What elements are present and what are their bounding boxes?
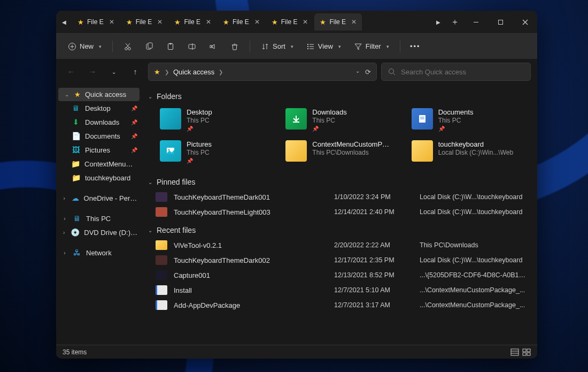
tab-close-button[interactable]: ✕: [252, 17, 262, 27]
tab-close-button[interactable]: ✕: [300, 17, 310, 27]
star-icon: ★: [78, 18, 84, 26]
delete-button[interactable]: [225, 37, 244, 56]
group-recent-header[interactable]: ⌄Recent files: [146, 223, 529, 238]
file-row[interactable]: Capture001 12/13/2021 8:52 PM ...\{5205D…: [146, 268, 529, 283]
file-path: Local Disk (C:)\W...\touchkeyboard: [420, 193, 527, 201]
sidebar-network[interactable]: › 🖧 Network: [56, 246, 142, 260]
paste-button[interactable]: [161, 37, 180, 56]
address-bar[interactable]: ★ ❯ Quick access ❯ ⌄ ⟳: [148, 63, 377, 81]
folder-location: This PC: [187, 117, 212, 124]
sidebar-onedrive[interactable]: › ☁ OneDrive - Personal: [56, 191, 142, 205]
sidebar-label: OneDrive - Personal: [84, 194, 137, 202]
tab[interactable]: ★ File E ✕: [314, 13, 362, 31]
copy-button[interactable]: [140, 37, 159, 56]
file-date: 12/7/2021 5:10 AM: [334, 286, 420, 294]
tab-close-button[interactable]: ✕: [107, 17, 117, 27]
content-area[interactable]: ⌄Folders Desktop This PC 📌 Downloads Thi…: [142, 85, 537, 345]
address-dropdown[interactable]: ⌄: [355, 68, 360, 76]
sidebar-item[interactable]: 🖼 Pictures 📌: [56, 143, 142, 157]
folder-item[interactable]: Desktop This PC 📌: [157, 105, 277, 135]
tab[interactable]: ★ File E ✕: [121, 13, 168, 31]
back-button[interactable]: ←: [63, 63, 80, 80]
maximize-button[interactable]: [488, 11, 513, 33]
nav-row: ← → ⌄ ↑ ★ ❯ Quick access ❯ ⌄ ⟳: [56, 59, 537, 85]
details-view-button[interactable]: [510, 348, 519, 356]
tab[interactable]: ★ File E ✕: [72, 13, 120, 31]
chevron-down-icon: ⌄: [148, 227, 152, 233]
share-button[interactable]: [204, 37, 223, 56]
file-row[interactable]: TouchKeyboardThemeDark001 1/10/2022 3:24…: [146, 189, 529, 204]
refresh-button[interactable]: ⟳: [365, 68, 371, 76]
svg-rect-15: [189, 44, 195, 49]
new-tab-button[interactable]: ＋: [446, 17, 463, 28]
cut-icon: [123, 42, 132, 51]
breadcrumb[interactable]: Quick access: [173, 68, 214, 76]
tab-scroll-left[interactable]: ◀: [56, 19, 72, 25]
recent-dropdown[interactable]: ⌄: [105, 63, 122, 80]
svg-point-7: [125, 47, 128, 50]
disc-icon: 💿: [71, 228, 80, 237]
pin-icon: 📌: [187, 158, 212, 164]
sidebar-item[interactable]: 📁 touchkeyboard: [56, 171, 142, 185]
pin-icon: 📌: [438, 126, 474, 132]
file-row[interactable]: TouchKeyboardThemeLight003 12/14/2021 2:…: [146, 204, 529, 219]
svg-rect-36: [523, 353, 526, 355]
minimize-button[interactable]: [463, 11, 488, 33]
folder-item[interactable]: touchkeyboard Local Disk (C:)\Win...\Web: [408, 137, 529, 167]
sidebar-quick-access[interactable]: ⌄ ★ Quick access: [58, 88, 140, 101]
search-box[interactable]: [381, 63, 531, 81]
chevron-right-icon: ›: [61, 216, 68, 222]
search-input[interactable]: [401, 68, 524, 76]
svg-line-9: [126, 43, 130, 48]
tab-close-button[interactable]: ✕: [349, 17, 359, 27]
sidebar-item[interactable]: 📁 ContextMenuCust: [56, 157, 142, 171]
group-pinned-header[interactable]: ⌄Pinned files: [146, 174, 529, 189]
chevron-down-icon: ⌄: [148, 179, 152, 185]
cut-button[interactable]: [118, 37, 137, 56]
sidebar-item-label: Downloads: [85, 118, 119, 126]
file-row[interactable]: TouchKeyboardThemeDark002 12/17/2021 2:3…: [146, 253, 529, 268]
file-path: This PC\Downloads: [420, 241, 527, 249]
pin-icon: 📌: [312, 126, 346, 132]
file-row[interactable]: ViVeTool-v0.2.1 2/20/2022 2:22 AM This P…: [146, 238, 529, 253]
filter-button[interactable]: Filter: [349, 37, 394, 56]
window-controls: [463, 11, 537, 33]
file-row[interactable]: Add-AppDevPackage 12/7/2021 3:17 AM ...\…: [146, 298, 529, 313]
sidebar-item[interactable]: 🖥 Desktop 📌: [56, 101, 142, 115]
view-icon: [306, 42, 315, 51]
svg-rect-31: [511, 349, 519, 355]
sidebar-item-label: touchkeyboard: [85, 174, 130, 182]
view-button[interactable]: View: [301, 37, 346, 56]
folder-item[interactable]: Downloads This PC 📌: [282, 105, 403, 135]
tab-scroll-right[interactable]: ▶: [430, 19, 446, 25]
tab[interactable]: ★ File E ✕: [266, 13, 314, 31]
folder-item[interactable]: Documents This PC 📌: [408, 105, 529, 135]
tab[interactable]: ★ File E ✕: [218, 13, 265, 31]
sort-button[interactable]: Sort: [256, 37, 299, 56]
forward-button[interactable]: →: [84, 63, 101, 80]
folder-item[interactable]: ContextMenuCustomPac... This PC\Download…: [282, 137, 403, 167]
file-name: TouchKeyboardThemeDark001: [174, 193, 334, 201]
paste-icon: [166, 42, 175, 51]
sidebar-item[interactable]: ⬇ Downloads 📌: [56, 115, 142, 129]
rename-button[interactable]: [182, 37, 202, 56]
file-row[interactable]: Install 12/7/2021 5:10 AM ...\ContextMen…: [146, 283, 529, 298]
tab-close-button[interactable]: ✕: [204, 17, 213, 27]
file-name: ViVeTool-v0.2.1: [174, 241, 334, 249]
file-name: Add-AppDevPackage: [174, 301, 334, 309]
tab[interactable]: ★ File E ✕: [169, 13, 216, 31]
new-button[interactable]: New: [63, 37, 107, 56]
sidebar-dvd[interactable]: › 💿 DVD Drive (D:) CCCO: [56, 225, 142, 239]
sidebar-item[interactable]: 📄 Documents 📌: [56, 129, 142, 143]
sidebar-item-label: Desktop: [85, 104, 111, 112]
more-button[interactable]: •••: [406, 37, 425, 56]
folder-location: This PC: [187, 149, 212, 156]
tab-close-button[interactable]: ✕: [155, 17, 165, 27]
up-button[interactable]: ↑: [127, 63, 144, 80]
folder-item[interactable]: Pictures This PC 📌: [157, 137, 277, 167]
group-folders-header[interactable]: ⌄Folders: [146, 89, 529, 104]
close-button[interactable]: [513, 11, 537, 33]
sidebar-this-pc[interactable]: › 🖥 This PC: [56, 211, 142, 225]
icons-view-button[interactable]: [522, 348, 531, 356]
tab-label: File E: [184, 18, 200, 26]
